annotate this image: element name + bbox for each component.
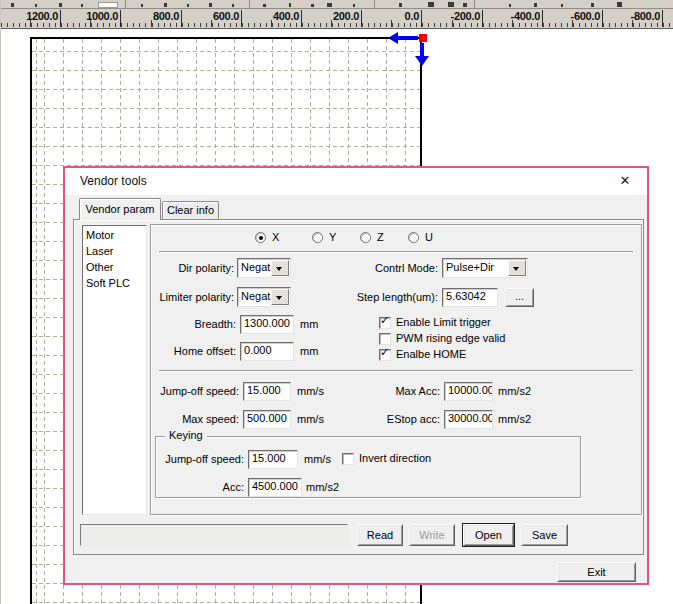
chevron-down-icon[interactable] bbox=[508, 260, 526, 276]
max-speed-unit: mm/s bbox=[297, 413, 324, 425]
origin-marker bbox=[419, 34, 427, 42]
home-offset-label: Home offset: bbox=[151, 345, 236, 357]
status-bar bbox=[80, 524, 348, 546]
radio-circle-icon bbox=[408, 232, 419, 243]
ruler-label: -600.0 bbox=[546, 10, 600, 22]
motor-param-group: X Y Z U Dir polarity: Negat bbox=[150, 224, 642, 515]
keying-jump-off-speed-field[interactable]: 15.000 bbox=[248, 450, 298, 469]
list-item-softplc[interactable]: Soft PLC bbox=[86, 275, 146, 291]
home-offset-field[interactable]: 0.000 bbox=[240, 342, 294, 361]
check-icon: ✓ bbox=[380, 314, 389, 327]
checkbox-label: Enable Limit trigger bbox=[396, 316, 491, 328]
combo-value: Negat bbox=[241, 290, 270, 302]
max-acc-field[interactable]: 10000.00 bbox=[444, 382, 493, 401]
max-speed-field[interactable]: 500.000 bbox=[243, 410, 291, 429]
origin-left-arrow-icon bbox=[397, 36, 418, 40]
checkbox-label: PWM rising edge valid bbox=[396, 332, 505, 344]
max-acc-label: Max Acc: bbox=[351, 385, 440, 397]
list-item-other[interactable]: Other bbox=[86, 259, 146, 275]
contrl-mode-label: Contrl Mode: bbox=[301, 262, 438, 274]
keying-acc-label: Acc: bbox=[158, 481, 244, 493]
category-listbox[interactable]: Motor Laser Other Soft PLC bbox=[82, 225, 147, 515]
ruler-label: 400.0 bbox=[245, 10, 299, 22]
estop-acc-label: EStop acc: bbox=[351, 413, 440, 425]
ruler-label: 800.0 bbox=[125, 10, 179, 22]
ruler-label: -200.0 bbox=[426, 10, 480, 22]
home-offset-unit: mm bbox=[300, 345, 318, 357]
horizontal-ruler: 1200.0 1000.0 800.0 600.0 400.0 200.0 0.… bbox=[1, 9, 673, 29]
toolbar-icons-clipped bbox=[1, 0, 673, 9]
dialog-titlebar[interactable]: Vendor tools ✕ bbox=[65, 168, 647, 195]
tab-clear-info[interactable]: Clear info bbox=[162, 201, 219, 220]
check-icon: ✓ bbox=[380, 346, 389, 359]
step-length-field[interactable]: 5.63042 bbox=[442, 288, 498, 307]
ruler-label: 600.0 bbox=[185, 10, 239, 22]
separator bbox=[159, 251, 633, 253]
save-button[interactable]: Save bbox=[521, 524, 568, 546]
max-acc-unit: mm/s2 bbox=[498, 385, 531, 397]
origin-down-arrow-icon bbox=[415, 56, 429, 66]
origin-down-arrow-icon bbox=[420, 43, 424, 56]
checkbox-box-icon bbox=[342, 453, 354, 465]
dir-polarity-label: Dir polarity: bbox=[151, 262, 234, 274]
combo-value: Pulse+Dir bbox=[446, 261, 494, 273]
limiter-polarity-combo[interactable]: Negat bbox=[237, 287, 291, 307]
origin-left-arrow-icon bbox=[388, 32, 398, 44]
combo-value: Negat bbox=[241, 261, 270, 273]
radio-label: U bbox=[425, 231, 433, 243]
limiter-polarity-label: Limiter polarity: bbox=[151, 291, 234, 303]
ruler-label: 200.0 bbox=[305, 10, 359, 22]
radio-label: X bbox=[272, 231, 279, 243]
estop-acc-unit: mm/s2 bbox=[498, 413, 531, 425]
list-item-motor[interactable]: Motor bbox=[86, 227, 146, 243]
keying-group: Keying Jump-off speed: 15.000 mm/s ✓ Inv… bbox=[155, 436, 581, 498]
exit-button[interactable]: Exit bbox=[557, 562, 636, 582]
ruler-label: 1200.0 bbox=[4, 10, 58, 22]
dir-polarity-combo[interactable]: Negat bbox=[237, 258, 291, 278]
chevron-down-icon[interactable] bbox=[271, 289, 289, 305]
radio-label: Z bbox=[377, 231, 384, 243]
jump-off-speed-label: Jump-off speed: bbox=[151, 385, 239, 397]
ruler-label: 0.0 bbox=[365, 10, 419, 22]
contrl-mode-combo[interactable]: Pulse+Dir bbox=[442, 258, 528, 278]
read-button[interactable]: Read bbox=[357, 524, 403, 546]
breadth-unit: mm bbox=[300, 318, 318, 330]
keying-jump-off-speed-unit: mm/s bbox=[304, 453, 331, 465]
keying-acc-unit: mm/s2 bbox=[306, 481, 339, 493]
step-length-label: Step length(um): bbox=[301, 291, 438, 303]
open-button[interactable]: Open bbox=[463, 524, 514, 546]
ruler-label: 1000.0 bbox=[64, 10, 118, 22]
separator bbox=[159, 370, 633, 372]
jump-off-speed-field[interactable]: 15.000 bbox=[243, 382, 291, 401]
breadth-label: Breadth: bbox=[151, 318, 236, 330]
max-speed-label: Max speed: bbox=[151, 413, 239, 425]
keying-acc-field[interactable]: 4500.000 bbox=[248, 478, 302, 497]
radio-circle-icon bbox=[360, 232, 371, 243]
close-icon[interactable]: ✕ bbox=[616, 172, 634, 190]
list-item-laser[interactable]: Laser bbox=[86, 243, 146, 259]
keying-jump-off-speed-label: Jump-off speed: bbox=[158, 453, 244, 465]
vendor-param-page: Motor Laser Other Soft PLC X Y Z bbox=[73, 219, 644, 555]
breadth-field[interactable]: 1300.000 bbox=[240, 315, 294, 334]
jump-off-speed-unit: mm/s bbox=[297, 385, 324, 397]
ruler-label: -400.0 bbox=[486, 10, 540, 22]
chevron-down-icon[interactable] bbox=[271, 260, 289, 276]
estop-acc-field[interactable]: 30000.00 bbox=[444, 410, 493, 429]
dialog-title: Vendor tools bbox=[80, 168, 147, 195]
checkbox-label: Invert direction bbox=[359, 452, 431, 464]
radio-circle-icon bbox=[312, 232, 323, 243]
ruler-label: -800.0 bbox=[606, 10, 660, 22]
checkbox-box-icon bbox=[379, 333, 391, 345]
step-length-browse-button[interactable]: ... bbox=[505, 288, 534, 307]
vendor-tools-dialog: Vendor tools ✕ Vendor param Clear info M… bbox=[63, 166, 649, 585]
tab-vendor-param[interactable]: Vendor param bbox=[79, 198, 161, 220]
checkbox-label: Enalbe HOME bbox=[396, 348, 466, 360]
radio-label: Y bbox=[329, 231, 336, 243]
write-button[interactable]: Write bbox=[409, 524, 455, 546]
app-window: 1200.0 1000.0 800.0 600.0 400.0 200.0 0.… bbox=[0, 0, 673, 604]
keying-group-title: Keying bbox=[165, 429, 207, 441]
